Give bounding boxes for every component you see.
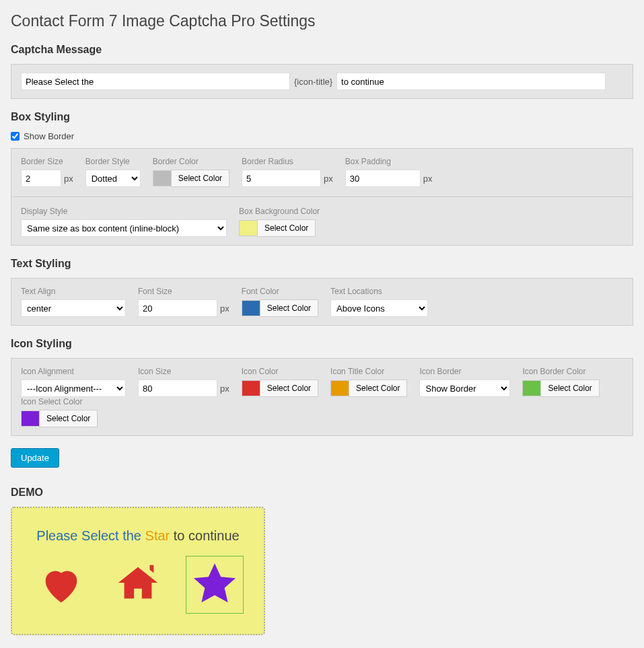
- icon-title-color-swatch[interactable]: [330, 380, 349, 396]
- border-color-button[interactable]: Select Color: [171, 170, 229, 187]
- border-radius-input[interactable]: [242, 170, 321, 187]
- display-style-select[interactable]: Same size as box content (inline-block): [21, 219, 227, 237]
- icon-styling-heading: Icon Styling: [11, 338, 633, 350]
- icon-alignment-label: Icon Alignment: [21, 367, 126, 376]
- text-align-label: Text Align: [21, 287, 126, 296]
- icon-border-label: Icon Border: [419, 367, 510, 376]
- text-styling-heading: Text Styling: [11, 258, 633, 270]
- box-styling-box: Border Size px Border Style Dotted Borde…: [11, 148, 633, 246]
- border-color-swatch[interactable]: [153, 170, 172, 186]
- icon-color-label: Icon Color: [242, 367, 318, 376]
- message-after-input[interactable]: [336, 73, 606, 90]
- box-bg-swatch[interactable]: [239, 220, 258, 236]
- icon-title-color-button[interactable]: Select Color: [349, 380, 407, 397]
- icon-select-color-label: Icon Select Color: [21, 397, 98, 406]
- border-radius-label: Border Radius: [242, 157, 333, 166]
- icon-border-color-label: Icon Border Color: [522, 367, 599, 376]
- icon-border-select[interactable]: Show Border: [419, 380, 510, 397]
- border-size-input[interactable]: [21, 170, 61, 187]
- box-bg-button[interactable]: Select Color: [257, 219, 316, 237]
- text-align-select[interactable]: center: [21, 299, 126, 317]
- icon-border-color-button[interactable]: Select Color: [540, 380, 599, 397]
- heart-icon[interactable]: [32, 556, 90, 614]
- demo-box: Please Select the Star to continue: [11, 507, 265, 635]
- show-border-label: Show Border: [24, 131, 74, 141]
- border-style-label: Border Style: [85, 157, 141, 166]
- text-styling-box: Text Align center Font Size px Font Colo…: [11, 278, 633, 326]
- icon-alignment-select[interactable]: ---Icon Alignment---: [21, 380, 126, 397]
- icon-size-input[interactable]: [138, 380, 217, 397]
- icon-color-swatch[interactable]: [242, 380, 260, 396]
- font-color-label: Font Color: [242, 287, 318, 296]
- icon-styling-box: Icon Alignment ---Icon Alignment--- Icon…: [11, 358, 633, 436]
- icon-select-color-swatch[interactable]: [21, 410, 40, 427]
- page-title: Contact Form 7 Image Captcha Pro Setting…: [11, 12, 633, 30]
- icon-select-color-button[interactable]: Select Color: [39, 410, 98, 427]
- message-before-input[interactable]: [21, 73, 290, 90]
- icon-title-token: {icon-title}: [294, 77, 332, 87]
- box-styling-heading: Box Styling: [11, 111, 633, 123]
- px-unit: px: [64, 174, 73, 184]
- icon-border-color-swatch[interactable]: [522, 380, 541, 396]
- captcha-message-box: {icon-title}: [11, 64, 633, 99]
- text-locations-label: Text Locations: [330, 287, 428, 296]
- box-padding-input[interactable]: [345, 170, 421, 187]
- font-size-input[interactable]: [138, 299, 217, 317]
- text-locations-select[interactable]: Above Icons: [330, 299, 428, 317]
- star-icon[interactable]: [186, 556, 244, 614]
- icon-title-color-label: Icon Title Color: [330, 367, 407, 376]
- show-border-checkbox[interactable]: [11, 132, 20, 141]
- demo-text: Please Select the Star to continue: [32, 528, 244, 544]
- border-style-select[interactable]: Dotted: [85, 170, 141, 187]
- font-size-label: Font Size: [138, 287, 229, 296]
- demo-heading: DEMO: [11, 487, 633, 499]
- icon-size-label: Icon Size: [138, 367, 229, 376]
- captcha-message-heading: Captcha Message: [11, 44, 633, 56]
- font-color-button[interactable]: Select Color: [260, 299, 318, 317]
- box-padding-label: Box Padding: [345, 157, 433, 166]
- icon-color-button[interactable]: Select Color: [260, 380, 318, 397]
- border-size-label: Border Size: [21, 157, 73, 166]
- box-bg-label: Box Background Color: [239, 207, 320, 216]
- home-icon[interactable]: [109, 556, 167, 614]
- font-color-swatch[interactable]: [242, 300, 260, 316]
- border-color-label: Border Color: [153, 157, 229, 166]
- display-style-label: Display Style: [21, 207, 227, 216]
- update-button[interactable]: Update: [11, 448, 59, 468]
